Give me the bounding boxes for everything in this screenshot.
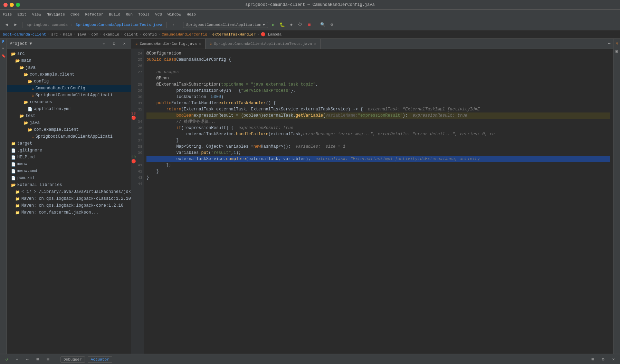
actuator-tab[interactable]: Actuator [88,356,112,363]
filter-button[interactable]: ⊟ [44,356,52,363]
debug-button[interactable]: 🐛 [278,21,286,29]
project-collapse-all[interactable]: ⇔ [100,40,107,48]
code-line-hint: no usages [146,69,610,75]
tree-item[interactable]: 📄 HELP.md [7,154,131,161]
expand-all-button[interactable]: ⇔ [23,356,31,363]
tabs-menu[interactable]: ⋯ [605,40,613,48]
tree-item[interactable]: ☕ SprigbootCamundaClientApplicati [7,133,131,140]
tree-item[interactable]: 📁 target [7,140,131,147]
tree-item[interactable]: 📁 Maven: com.fasterxml.jackson... [7,209,131,216]
settings-icon[interactable]: ⚙ [599,356,607,363]
debugger-tab[interactable]: Debugger [60,356,85,363]
menu-item-navigate[interactable]: Navigate [47,12,65,17]
tree-item[interactable]: ☕ SprigbootCamundaClientApplicati [7,92,131,99]
project-icon[interactable]: P [1,40,6,46]
menu-item-vcs[interactable]: VCS [155,12,162,17]
breadcrumb-item[interactable]: example [103,32,119,37]
breadcrumb-item[interactable]: com [91,32,98,37]
gutter-33[interactable]: 33 🔴 [131,112,144,119]
tree-item[interactable]: 📄 pom.xml [7,175,131,181]
code-line-42: } [146,168,610,175]
menu-item-run[interactable]: Run [126,12,133,17]
tree-item[interactable]: 📂 com.example.client [7,71,131,78]
tree-item[interactable]: 📂 config [7,78,131,85]
breadcrumb-item-class[interactable]: CamundaHandlerConfig [162,32,207,37]
structure-icon[interactable]: ≡ [1,47,6,52]
breadcrumb-item[interactable]: main [63,32,72,37]
code-lines: @Configuration public class CamundaHandl… [144,49,613,354]
settings-button[interactable]: ⚙ [328,21,335,29]
tree-item[interactable]: 📄 .gitignore [7,147,131,154]
editor-area: ☕ CamundaHandlerConfig.java ✕ ☕ Sprigboo… [131,39,613,354]
git-button[interactable]: ⑂ [170,21,177,29]
project-settings[interactable]: ⚙ [110,40,118,48]
breadcrumb-item-method[interactable]: externalTaskHandler [212,32,256,37]
close-button[interactable] [3,3,8,7]
breadcrumb-item[interactable]: config [143,32,157,37]
menu-item-refactor[interactable]: Refactor [85,12,103,17]
minimize-button[interactable] [10,3,14,7]
menu-item-file[interactable]: File [3,12,12,17]
menu-item-help[interactable]: Help [187,12,196,17]
breadcrumb-item[interactable]: client [124,32,138,37]
search-button[interactable]: 🔍 [319,21,326,29]
gutter-35: 35 [131,125,144,131]
tree-item[interactable]: 📁 Maven: ch.qos.logback:logback-core:1.2… [7,202,131,209]
tab-application-tests[interactable]: ☕ SprigbootCamundaClientApplicationTests… [206,39,321,49]
traffic-lights [3,3,20,7]
menu-item-code[interactable]: Code [70,12,79,17]
close-tab-1[interactable]: ✕ [199,42,201,46]
toolbar-separator-3 [180,22,180,28]
tree-item[interactable]: 📄 application.yml [7,106,131,112]
tab-camunda-handler-config[interactable]: ☕ CamundaHandlerConfig.java ✕ [131,39,206,49]
tree-item[interactable]: 📄 mvnw [7,161,131,168]
tree-item[interactable]: ☕ CamundaHandlerConfig [7,85,131,92]
restart-button[interactable]: ↺ [3,356,10,363]
coverage-button[interactable]: ◈ [287,21,295,29]
tree-item[interactable]: 📄 mvnw.cmd [7,168,131,175]
gutter-40[interactable]: 40 🔴 [131,156,144,162]
stop-button[interactable]: ■ [305,21,313,29]
breadcrumb-item[interactable]: boot-camunda-client [3,32,46,37]
breadcrumb-file: SpringbootCamundaApplicationTests.java [74,23,164,27]
tree-item[interactable]: 📁 Maven: ch.qos.logback:logback-classic:… [7,195,131,202]
tree-item[interactable]: 📂 java [7,64,131,71]
forward-button[interactable]: ▶ [12,21,19,29]
breadcrumb-item-lambda[interactable]: 🔴 Lambda [261,32,282,37]
code-line-34: // 处理业务逻辑... [146,119,610,125]
tree-item[interactable]: 📁 < 17 > /Library/Java/JavaVirtualMachin… [7,188,131,195]
tree-item[interactable]: 📂 src [7,50,131,57]
collapse-all-button[interactable]: ⇔ [13,356,21,363]
close-bottom[interactable]: ✕ [610,356,617,363]
tree-item[interactable]: 📂 main [7,57,131,64]
maximize-button[interactable] [16,3,20,7]
code-line-32: return (ExternalTask externalTask, Exter… [146,106,610,112]
run-button[interactable]: ▶ [269,21,277,29]
run-config-selector[interactable]: SprigbootCamundaClientApplication ▼ [183,22,268,28]
right-sidebar: M 🗄 [613,39,620,354]
tree-item[interactable]: 📂 test [7,112,131,119]
expand-window[interactable]: ⊞ [589,356,597,363]
breadcrumb-sep: › [47,32,50,37]
close-tab-2[interactable]: ✕ [314,42,316,46]
profile-button[interactable]: ⏱ [296,21,304,29]
project-close[interactable]: ✕ [121,40,128,48]
database-icon[interactable]: 🗄 [613,48,620,55]
tree-item[interactable]: 📂 java [7,119,131,126]
menu-item-tools[interactable]: Tools [138,12,150,17]
menu-item-view[interactable]: View [32,12,41,17]
menu-item-window[interactable]: Window [168,12,181,17]
tab-label-1: CamundaHandlerConfig.java [140,42,197,46]
maven-icon[interactable]: M [613,40,620,48]
bookmark-icon[interactable]: 🔖 [1,54,6,59]
group-button[interactable]: ⊞ [34,356,41,363]
breadcrumb-item[interactable]: java [77,32,86,37]
back-button[interactable]: ◀ [3,21,10,29]
menu-item-build[interactable]: Build [109,12,120,17]
tree-item[interactable]: 📂 External Libraries [7,181,131,188]
tree-item[interactable]: 📂 resources [7,99,131,106]
menu-item-edit[interactable]: Edit [17,12,26,17]
tree-item[interactable]: 📂 com.example.client [7,126,131,133]
breadcrumb-item[interactable]: src [51,32,58,37]
code-line-28: @ExternalTaskSubscription(topicName = "j… [146,81,610,88]
